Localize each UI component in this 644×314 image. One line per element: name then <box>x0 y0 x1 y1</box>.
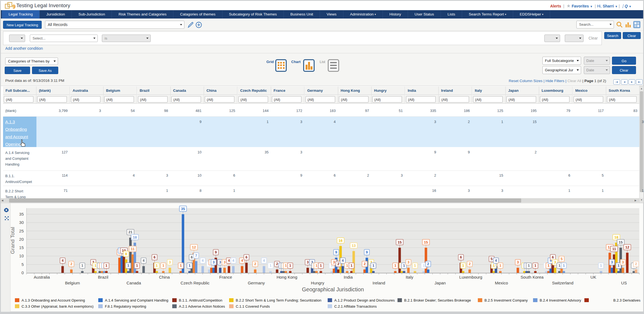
svg-text:1: 1 <box>499 263 501 268</box>
svg-text:11: 11 <box>131 247 135 251</box>
svg-text:4: 4 <box>241 258 243 263</box>
svg-text:C.3.3 Other (Appraisal, bank A: C.3.3 Other (Appraisal, bank Act exempti… <box>22 304 94 308</box>
svg-text:18: 18 <box>614 235 618 239</box>
svg-text:A.2.1 Adverse Action Notices: A.2.1 Adverse Action Notices <box>179 304 225 308</box>
svg-text:4: 4 <box>202 258 204 263</box>
svg-text:3: 3 <box>407 260 409 264</box>
svg-text:2: 2 <box>427 262 429 266</box>
svg-text:0: 0 <box>22 270 24 275</box>
svg-text:C.1.1 Covered Funds: C.1.1 Covered Funds <box>236 304 270 308</box>
svg-text:Germany: Germany <box>248 281 265 285</box>
svg-text:9: 9 <box>215 250 217 254</box>
svg-text:1: 1 <box>94 263 96 268</box>
svg-text:4: 4 <box>62 258 64 263</box>
svg-text:1: 1 <box>372 263 374 268</box>
svg-text:16: 16 <box>339 239 343 243</box>
svg-text:3: 3 <box>307 260 309 264</box>
svg-text:1: 1 <box>534 263 536 268</box>
svg-text:Brazil: Brazil <box>98 275 108 279</box>
svg-text:9: 9 <box>12 4 15 9</box>
svg-text:1: 1 <box>414 263 416 268</box>
svg-text:B.1.1. Antitrust/Competition: B.1.1. Antitrust/Competition <box>179 298 222 302</box>
svg-text:Luxembourg: Luxembourg <box>459 275 482 279</box>
svg-text:A.1.3 Onboarding and Account O: A.1.3 Onboarding and Account Opening <box>22 298 85 302</box>
svg-text:4: 4 <box>342 258 344 263</box>
svg-text:China: China <box>159 275 170 279</box>
svg-text:4: 4 <box>228 258 230 263</box>
svg-text:12: 12 <box>625 245 629 249</box>
svg-text:12: 12 <box>192 245 196 249</box>
svg-text:Canada: Canada <box>126 281 141 285</box>
svg-text:1: 1 <box>600 263 602 268</box>
svg-text:UK: UK <box>590 275 596 279</box>
svg-text:B.2.3 Derivatives: B.2.3 Derivatives <box>613 298 641 302</box>
svg-text:1: 1 <box>285 263 287 268</box>
svg-text:7: 7 <box>195 253 197 258</box>
svg-text:21: 21 <box>128 230 132 234</box>
svg-text:4: 4 <box>232 258 235 263</box>
svg-text:1: 1 <box>618 263 619 268</box>
svg-text:South Korea: South Korea <box>521 275 544 279</box>
svg-text:1: 1 <box>81 263 83 268</box>
svg-text:Mexico: Mexico <box>495 281 508 285</box>
svg-text:3: 3 <box>611 260 613 264</box>
svg-text:1: 1 <box>563 263 565 268</box>
svg-text:3: 3 <box>622 260 624 264</box>
svg-text:9: 9 <box>335 250 337 254</box>
svg-text:France: France <box>219 275 232 279</box>
svg-text:1: 1 <box>289 263 291 268</box>
svg-text:4: 4 <box>143 258 145 263</box>
svg-text:2: 2 <box>337 262 339 266</box>
svg-text:20: 20 <box>19 237 24 242</box>
svg-text:5: 5 <box>22 262 24 267</box>
svg-text:1: 1 <box>127 263 129 268</box>
svg-text:1: 1 <box>269 263 271 268</box>
svg-text:1: 1 <box>156 263 158 268</box>
svg-text:1: 1 <box>547 263 549 268</box>
svg-text:6: 6 <box>460 255 462 259</box>
svg-text:15: 15 <box>19 245 24 250</box>
svg-text:3: 3 <box>554 260 556 264</box>
svg-text:Belgium: Belgium <box>65 281 80 285</box>
svg-text:B.2.4 Investment Advisory: B.2.4 Investment Advisory <box>540 298 581 302</box>
svg-text:Geographical Jurisdiction: Geographical Jurisdiction <box>302 286 364 292</box>
svg-text:1: 1 <box>162 263 164 268</box>
svg-text:11: 11 <box>612 247 616 251</box>
svg-text:Czech Republic: Czech Republic <box>181 281 210 285</box>
svg-text:25: 25 <box>19 229 24 233</box>
svg-text:1: 1 <box>394 263 396 268</box>
svg-text:8: 8 <box>125 252 127 256</box>
svg-text:Grand Total: Grand Total <box>10 227 15 254</box>
svg-text:18: 18 <box>133 235 137 239</box>
svg-text:1: 1 <box>105 263 107 268</box>
svg-text:2: 2 <box>635 262 637 266</box>
svg-text:Hong Kong: Hong Kong <box>277 275 297 279</box>
svg-text:C.2.1 Affiliate Transactions: C.2.1 Affiliate Transactions <box>334 304 377 308</box>
svg-text:Hungry: Hungry <box>311 281 324 285</box>
svg-text:F.8.1 Regulatory reporting: F.8.1 Regulatory reporting <box>105 304 146 308</box>
svg-text:3: 3 <box>219 260 221 264</box>
svg-text:6: 6 <box>245 255 247 259</box>
svg-text:2: 2 <box>70 262 72 266</box>
svg-text:15: 15 <box>424 240 428 244</box>
svg-text:B.2.5 Investment Company: B.2.5 Investment Company <box>484 298 528 302</box>
svg-text:1: 1 <box>136 263 138 268</box>
svg-text:1: 1 <box>403 263 405 268</box>
svg-text:3: 3 <box>224 260 226 264</box>
svg-text:B.2.1 Broker Dealer; Securiti: B.2.1 Broker Dealer; Securities Brokerag… <box>404 298 471 302</box>
svg-text:3: 3 <box>333 260 335 264</box>
svg-text:15: 15 <box>398 240 402 244</box>
svg-text:1: 1 <box>493 263 495 268</box>
svg-text:2: 2 <box>254 262 256 266</box>
svg-text:1: 1 <box>189 263 190 268</box>
svg-text:6: 6 <box>191 255 193 259</box>
svg-text:India: India <box>344 275 353 279</box>
svg-text:Italy: Italy <box>406 275 414 279</box>
svg-text:US: US <box>621 281 627 285</box>
svg-text:A.1.2 Product Design and Discl: A.1.2 Product Design and Disclosures <box>334 298 395 302</box>
svg-text:2: 2 <box>276 262 278 266</box>
svg-text:2: 2 <box>364 262 365 266</box>
svg-text:2: 2 <box>469 262 471 266</box>
svg-text:1: 1 <box>423 263 425 268</box>
svg-text:15: 15 <box>619 240 622 244</box>
